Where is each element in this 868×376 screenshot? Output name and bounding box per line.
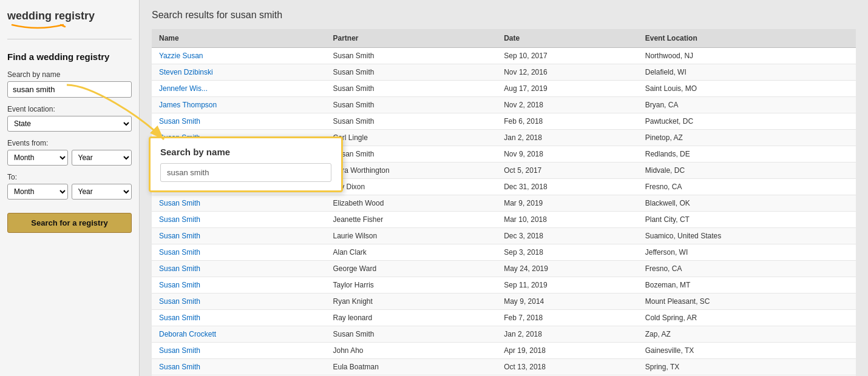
search-name-input[interactable] bbox=[7, 81, 132, 98]
cell-name: Susan Smith bbox=[152, 359, 325, 375]
cell-name: Susan Smith bbox=[152, 261, 325, 277]
cell-date: Dec 31, 2018 bbox=[497, 179, 638, 195]
cell-name: James Thompson bbox=[152, 97, 325, 113]
cell-partner: Eula Boatman bbox=[325, 359, 497, 375]
name-link[interactable]: Jennefer Wis... bbox=[159, 84, 208, 93]
name-link[interactable]: Susan Smith bbox=[159, 346, 200, 355]
cell-date: Jan 2, 2018 bbox=[497, 130, 638, 146]
cell-name: Susan Smith bbox=[152, 294, 325, 310]
cell-location: Cold Spring, AR bbox=[638, 310, 856, 326]
name-link[interactable]: Deborah Crockett bbox=[159, 330, 216, 338]
cell-partner: Susan Smith bbox=[325, 113, 497, 130]
cell-partner: Elizabeth Wood bbox=[325, 195, 497, 212]
cell-location: Bozeman, MT bbox=[638, 277, 856, 294]
cell-location: Jefferson, WI bbox=[638, 244, 856, 261]
cell-date: Sep 11, 2019 bbox=[497, 277, 638, 294]
cell-name: Susan Smith bbox=[152, 212, 325, 228]
cell-location: Delafield, WI bbox=[638, 64, 856, 81]
search-name-group: Search by name bbox=[7, 70, 132, 98]
cell-partner: Susan Smith bbox=[325, 48, 497, 64]
table-row: Susan SmithLaurie WilsonDec 3, 2018Suami… bbox=[152, 228, 856, 244]
table-row: Susan SmithRyan KnightMay 9, 2014Mount P… bbox=[152, 294, 856, 310]
cell-date: Apr 19, 2018 bbox=[497, 343, 638, 359]
name-link[interactable]: Susan Smith bbox=[159, 314, 200, 322]
to-month-select[interactable]: Month JanuaryFebruaryMarch AprilMayJune … bbox=[7, 184, 68, 200]
cell-partner: Taylor Harris bbox=[325, 277, 497, 294]
cell-partner: Ryan Knight bbox=[325, 294, 497, 310]
events-to-label: To: bbox=[7, 173, 132, 181]
cell-location: Bryan, CA bbox=[638, 97, 856, 113]
name-link[interactable]: Susan Smith bbox=[159, 264, 200, 273]
cell-partner: Laurie Wilson bbox=[325, 228, 497, 244]
table-row: Yazzie SusanSusan SmithSep 10, 2017North… bbox=[152, 48, 856, 64]
search-name-label: Search by name bbox=[7, 70, 132, 79]
name-link[interactable]: Susan Smith bbox=[159, 117, 200, 126]
cell-location: Suamico, United States bbox=[638, 228, 856, 244]
table-row: Susan SmithJohn AhoApr 19, 2018Gainesvil… bbox=[152, 343, 856, 359]
cell-date: Nov 2, 2018 bbox=[497, 97, 638, 113]
to-year-select[interactable]: Year 2024202320222021 2020201920182017 2… bbox=[72, 184, 132, 200]
name-link[interactable]: James Thompson bbox=[159, 101, 217, 109]
cell-date: Dec 3, 2018 bbox=[497, 228, 638, 244]
cell-partner: Susan Smith bbox=[325, 146, 497, 163]
cell-date: May 9, 2014 bbox=[497, 294, 638, 310]
cell-date: Nov 12, 2016 bbox=[497, 64, 638, 81]
col-header-name: Name bbox=[152, 29, 325, 48]
cell-location: Blackwell, OK bbox=[638, 195, 856, 212]
name-link[interactable]: Susan Smith bbox=[159, 248, 200, 257]
cell-partner: Susan Smith bbox=[325, 64, 497, 81]
table-row: Susan SmithJeanette FisherMar 10, 2018Pl… bbox=[152, 212, 856, 228]
sidebar-title: Find a wedding registry bbox=[7, 52, 132, 62]
cell-name: Susan Smith bbox=[152, 195, 325, 212]
table-header-row: Name Partner Date Event Location bbox=[152, 29, 856, 48]
name-link[interactable]: Susan Smith bbox=[159, 232, 200, 240]
table-row: Susan SmithEula BoatmanOct 13, 2018Sprin… bbox=[152, 359, 856, 375]
cell-partner: Sara Worthington bbox=[325, 163, 497, 179]
cell-name: Jennefer Wis... bbox=[152, 81, 325, 97]
events-from-group: Events from: Month JanuaryFebruaryMarch … bbox=[7, 139, 132, 166]
name-link[interactable]: Yazzie Susan bbox=[159, 52, 203, 60]
name-link[interactable]: Susan Smith bbox=[159, 281, 200, 289]
cell-name: Susan Smith bbox=[152, 343, 325, 359]
events-to-group: To: Month JanuaryFebruaryMarch AprilMayJ… bbox=[7, 173, 132, 200]
cell-location: Plant City, CT bbox=[638, 212, 856, 228]
logo-smile-icon bbox=[7, 22, 68, 30]
name-link[interactable]: Susan Smith bbox=[159, 363, 200, 371]
results-table: Name Partner Date Event Location Yazzie … bbox=[152, 29, 856, 376]
cell-location: Pawtucket, DC bbox=[638, 113, 856, 130]
events-from-row: Month JanuaryFebruaryMarch AprilMayJune … bbox=[7, 150, 132, 166]
cell-date: Jan 2, 2018 bbox=[497, 326, 638, 343]
cell-date: Feb 6, 2018 bbox=[497, 113, 638, 130]
cell-location: Northwood, NJ bbox=[638, 48, 856, 64]
results-title: Search results for susan smith bbox=[152, 10, 856, 21]
search-tooltip: Search by name bbox=[149, 136, 343, 192]
search-registry-button[interactable]: Search for a registry bbox=[7, 213, 132, 233]
cell-name: Susan Smith bbox=[152, 244, 325, 261]
name-link[interactable]: Susan Smith bbox=[159, 215, 200, 224]
cell-location: Redlands, DE bbox=[638, 146, 856, 163]
event-location-group: Event location: State ALAKAZAR CACOCTDC … bbox=[7, 105, 132, 132]
table-row: Deborah CrockettSusan SmithJan 2, 2018Za… bbox=[152, 326, 856, 343]
cell-name: Susan Smith bbox=[152, 228, 325, 244]
cell-partner: Susan Smith bbox=[325, 326, 497, 343]
cell-date: Aug 17, 2019 bbox=[497, 81, 638, 97]
cell-date: Nov 9, 2018 bbox=[497, 146, 638, 163]
col-header-partner: Partner bbox=[325, 29, 497, 48]
name-link[interactable]: Susan Smith bbox=[159, 297, 200, 306]
tooltip-box: Search by name bbox=[149, 136, 343, 192]
tooltip-input[interactable] bbox=[160, 163, 331, 182]
cell-partner: Carl Lingle bbox=[325, 130, 497, 146]
from-month-select[interactable]: Month JanuaryFebruaryMarch AprilMayJune … bbox=[7, 150, 68, 166]
cell-date: Sep 10, 2017 bbox=[497, 48, 638, 64]
event-location-label: Event location: bbox=[7, 105, 132, 113]
table-row: Steven DzibinskiSusan SmithNov 12, 2016D… bbox=[152, 64, 856, 81]
cell-date: Mar 10, 2018 bbox=[497, 212, 638, 228]
cell-location: Pinetop, AZ bbox=[638, 130, 856, 146]
cell-date: Oct 13, 2018 bbox=[497, 359, 638, 375]
cell-location: Fresno, CA bbox=[638, 261, 856, 277]
cell-partner: Susan Smith bbox=[325, 81, 497, 97]
from-year-select[interactable]: Year 2024202320222021 2020201920182017 2… bbox=[72, 150, 132, 166]
name-link[interactable]: Susan Smith bbox=[159, 199, 200, 207]
state-select[interactable]: State ALAKAZAR CACOCTDC FLGAIDIL INIAKSK… bbox=[7, 116, 132, 132]
name-link[interactable]: Steven Dzibinski bbox=[159, 68, 213, 76]
